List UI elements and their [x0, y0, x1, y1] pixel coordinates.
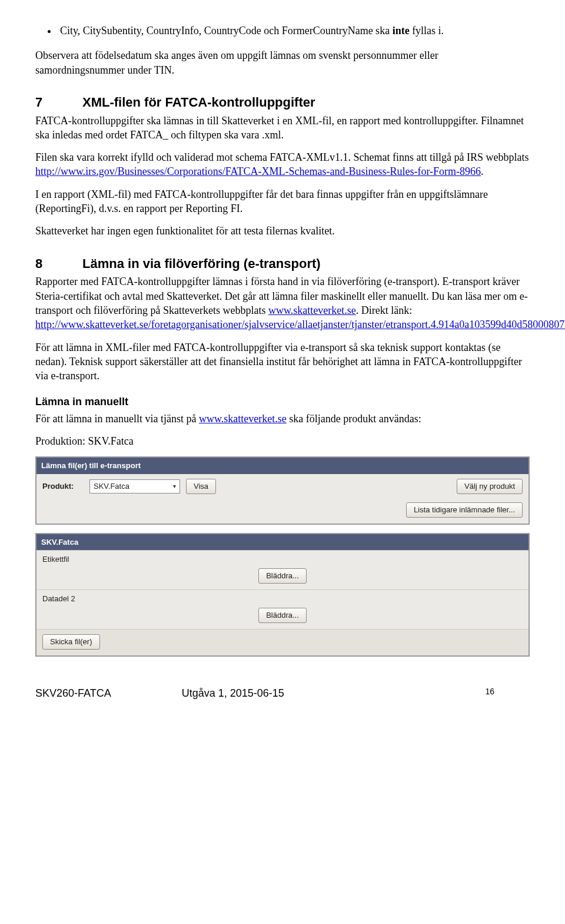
bullet-text-a: City, CitySubentity, CountryInfo, Countr…	[60, 25, 393, 37]
page-footer: SKV260-FATCA Utgåva 1, 2015-06-15 16	[35, 686, 530, 700]
new-product-button[interactable]: Välj ny produkt	[457, 479, 523, 494]
paragraph: För att lämna in XML-filer med FATCA-kon…	[35, 340, 530, 383]
product-select-value: SKV.Fatca	[94, 481, 129, 492]
section-title: XML-filen för FATCA-kontrolluppgifter	[82, 95, 315, 110]
list-previous-button[interactable]: Lista tidigare inlämnade filer...	[406, 502, 523, 518]
etransport-link[interactable]: http://www.skatteverket.se/foretagorgani…	[35, 319, 565, 330]
skatteverket-link[interactable]: www.skatteverket.se	[199, 413, 287, 425]
browse-button[interactable]: Bläddra...	[258, 568, 307, 584]
bullet-text-bold: inte	[393, 25, 410, 37]
skv-fatca-panel: SKV.Fatca Etikettfil Bläddra... Datadel …	[35, 533, 530, 657]
list-row: Lista tidigare inlämnade filer...	[36, 499, 529, 524]
paragraph: För att lämna in manuellt via tjänst på …	[35, 412, 530, 426]
paragraph-text: För att lämna in manuellt via tjänst på	[35, 413, 199, 425]
bullet-text-c: fyllas i.	[410, 25, 444, 37]
bullet-item: City, CitySubentity, CountryInfo, Countr…	[58, 24, 530, 38]
paragraph: I en rapport (XML-fil) med FATCA-kontrol…	[35, 187, 530, 216]
irs-link[interactable]: http://www.irs.gov/Businesses/Corporatio…	[35, 165, 481, 177]
datadel-section: Datadel 2 Bläddra...	[36, 589, 529, 629]
browse-button[interactable]: Bläddra...	[258, 608, 307, 623]
panel-title: SKV.Fatca	[36, 534, 529, 551]
datadel-label: Datadel 2	[42, 594, 523, 604]
paragraph: Skatteverket har ingen egen funktionalit…	[35, 224, 530, 238]
section-heading-7: 7XML-filen för FATCA-kontrolluppgifter	[35, 94, 530, 111]
section-heading-8: 8Lämna in via filöverföring (e-transport…	[35, 255, 530, 273]
footer-page-number: 16	[485, 686, 494, 697]
paragraph: Rapporter med FATCA-kontrolluppgifter lä…	[35, 274, 530, 332]
etikettfil-label: Etikettfil	[42, 554, 523, 565]
paragraph-text: ska följande produkt användas:	[287, 413, 421, 425]
skatteverket-link[interactable]: www.skatteverket.se	[268, 304, 356, 316]
etikettfil-section: Etikettfil Bläddra...	[36, 550, 529, 589]
send-files-button[interactable]: Skicka fil(er)	[42, 634, 100, 650]
paragraph: Observera att födelsedatum ska anges äve…	[35, 48, 530, 77]
product-label: Produkt:	[42, 481, 84, 492]
footer-doc-id: SKV260-FATCA	[35, 686, 111, 700]
section-title: Lämna in via filöverföring (e-transport)	[82, 256, 321, 271]
paragraph: FATCA-kontrolluppgifter ska lämnas in ti…	[35, 114, 530, 143]
subsection-heading: Lämna in manuellt	[35, 395, 530, 409]
chevron-down-icon: ▾	[173, 482, 176, 491]
paragraph: Filen ska vara korrekt ifylld och valide…	[35, 150, 530, 179]
bullet-list: City, CitySubentity, CountryInfo, Countr…	[35, 24, 530, 38]
paragraph-text: . Direkt länk:	[356, 304, 412, 316]
send-row: Skicka fil(er)	[36, 629, 529, 655]
paragraph-text: Filen ska vara korrekt ifylld och valide…	[35, 151, 529, 163]
paragraph-text: .	[481, 165, 484, 177]
section-number: 8	[35, 255, 82, 273]
visa-button[interactable]: Visa	[186, 479, 216, 494]
section-number: 7	[35, 94, 82, 111]
paragraph: Produktion: SKV.Fatca	[35, 434, 530, 448]
footer-edition: Utgåva 1, 2015-06-15	[182, 686, 284, 700]
product-row: Produkt: SKV.Fatca ▾ Visa Välj ny produk…	[36, 474, 529, 499]
product-select[interactable]: SKV.Fatca ▾	[89, 479, 180, 494]
etransport-upload-panel: Lämna fil(er) till e-transport Produkt: …	[35, 456, 530, 525]
panel-title: Lämna fil(er) till e-transport	[36, 458, 529, 474]
